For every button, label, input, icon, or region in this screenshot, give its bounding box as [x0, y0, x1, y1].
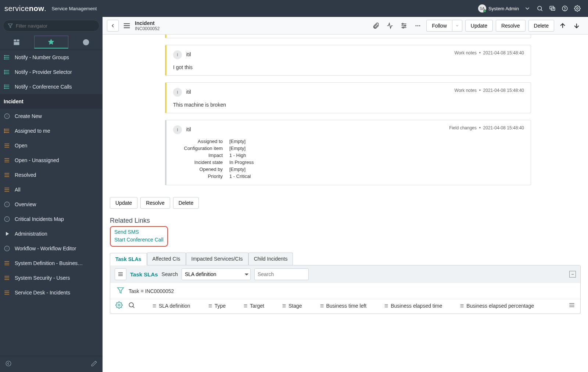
- avatar: I: [173, 88, 182, 97]
- svg-point-29: [4, 86, 5, 87]
- nav-filter-input[interactable]: [16, 23, 95, 29]
- nav-item-administration[interactable]: Administration: [0, 226, 103, 241]
- col-type[interactable]: Type: [208, 303, 226, 309]
- nav-item-label: Create New: [15, 113, 42, 119]
- svg-point-28: [4, 85, 5, 86]
- tab-child-incidents[interactable]: Child Incidents: [248, 253, 293, 265]
- search-icon[interactable]: [534, 2, 546, 15]
- nav-item-overview[interactable]: iOverview: [0, 197, 103, 212]
- list-search-icon[interactable]: [128, 301, 135, 310]
- col-target[interactable]: Target: [243, 303, 264, 309]
- gear-icon[interactable]: [571, 2, 584, 15]
- follow-caret[interactable]: [452, 20, 462, 32]
- col-sla-definition[interactable]: SLA definition: [152, 303, 190, 309]
- nav-item-workflow[interactable]: iWorkflow - Workflow Editor: [0, 241, 103, 256]
- svg-point-86: [118, 304, 120, 306]
- related-links-box: Send SMS Start Conference Call: [110, 226, 168, 247]
- svg-point-37: [4, 130, 5, 131]
- user-menu-caret[interactable]: [521, 2, 534, 15]
- svg-point-38: [4, 132, 5, 133]
- left-nav: Notify - Number Groups Notify - Provider…: [0, 17, 103, 372]
- nav-item-create-new[interactable]: iCreate New: [0, 109, 103, 124]
- chat-icon[interactable]: [546, 2, 559, 15]
- svg-point-17: [4, 57, 5, 58]
- avatar[interactable]: SA: [478, 4, 486, 12]
- svg-text:i: i: [7, 247, 7, 250]
- fc-value: [Empty]: [229, 146, 245, 151]
- follow-button[interactable]: Follow: [426, 20, 452, 32]
- list-title[interactable]: Task SLAs: [130, 271, 158, 278]
- delete-button-bottom[interactable]: Delete: [173, 197, 199, 209]
- back-button[interactable]: [107, 20, 119, 32]
- activity-icon[interactable]: [384, 20, 396, 32]
- svg-point-77: [416, 25, 417, 26]
- nav-item-resolved[interactable]: Resolved: [0, 168, 103, 182]
- list-search-input[interactable]: [254, 268, 309, 280]
- nav-filter[interactable]: [3, 20, 100, 32]
- breadcrumb[interactable]: Task = INC0000052: [129, 288, 174, 294]
- resolve-button[interactable]: Resolve: [496, 20, 526, 32]
- activity-author: itil: [186, 89, 191, 95]
- nav-collapse-icon[interactable]: [5, 360, 12, 368]
- related-link-start-conf[interactable]: Start Conference Call: [114, 236, 164, 244]
- fc-label: Incident state: [173, 160, 223, 165]
- list-gear-icon[interactable]: [115, 301, 123, 310]
- nav-tab-history[interactable]: [69, 35, 103, 50]
- col-btl[interactable]: Business time left: [320, 303, 367, 309]
- delete-button[interactable]: Delete: [528, 20, 554, 32]
- activity-card: I itil Work notes • 2021-04-08 15:48:40 …: [165, 82, 531, 113]
- nav-item-label: Notify - Conference Calls: [15, 84, 72, 90]
- nav-section-incident[interactable]: Incident: [0, 94, 103, 109]
- tab-task-slas[interactable]: Task SLAs: [110, 253, 147, 265]
- activity-author: itil: [186, 126, 191, 132]
- nav-edit-icon[interactable]: [91, 360, 97, 368]
- resolve-button-bottom[interactable]: Resolve: [140, 197, 170, 209]
- svg-point-22: [4, 70, 5, 71]
- list-menu-icon[interactable]: [115, 268, 126, 280]
- col-bet[interactable]: Business elapsed time: [384, 303, 442, 309]
- nav-item-sysdef[interactable]: System Definition - Business Ru…: [0, 256, 103, 271]
- fc-value: [Empty]: [229, 167, 245, 172]
- list-collapse-icon[interactable]: −: [569, 271, 576, 278]
- attachment-icon[interactable]: [370, 20, 382, 32]
- svg-point-76: [403, 27, 404, 28]
- filter-funnel-icon[interactable]: [117, 287, 124, 295]
- list-search-field[interactable]: SLA definition: [182, 268, 251, 280]
- next-record-icon[interactable]: [571, 20, 582, 32]
- related-link-send-sms[interactable]: Send SMS: [114, 228, 164, 236]
- nav-item-label: Overview: [15, 201, 36, 207]
- nav-item-conf-calls[interactable]: Notify - Conference Calls: [0, 79, 103, 94]
- nav-item-provider-selector[interactable]: Notify - Provider Selector: [0, 65, 103, 79]
- tab-impacted-services[interactable]: Impacted Services/CIs: [186, 253, 248, 265]
- nav-item-assigned[interactable]: Assigned to me: [0, 124, 103, 138]
- more-icon[interactable]: [412, 20, 424, 32]
- help-icon[interactable]: [559, 2, 571, 15]
- user-name[interactable]: System Admin: [488, 6, 519, 11]
- nav-item-label: System Security - Users: [15, 275, 70, 281]
- context-menu-icon[interactable]: [122, 21, 132, 31]
- settings-sliders-icon[interactable]: [398, 20, 410, 32]
- nav-item-number-groups[interactable]: Notify - Number Groups: [0, 50, 103, 65]
- form-header: Incident INC0000052 Follow Update Resolv…: [103, 17, 588, 35]
- update-button[interactable]: Update: [465, 20, 493, 32]
- nav-item-open-unassigned[interactable]: Open - Unassigned: [0, 153, 103, 168]
- fc-value: In Progress: [229, 160, 254, 165]
- update-button-bottom[interactable]: Update: [110, 197, 137, 209]
- activity-body: This machine is broken: [173, 102, 524, 108]
- prev-record-icon[interactable]: [557, 20, 569, 32]
- nav-item-all[interactable]: All: [0, 182, 103, 197]
- nav-tab-favorites[interactable]: [34, 36, 68, 49]
- svg-point-23: [4, 72, 5, 72]
- col-menu-icon[interactable]: [569, 302, 575, 310]
- activity-meta: Work notes • 2021-04-08 15:48:40: [455, 50, 524, 56]
- col-bep[interactable]: Business elapsed percentage: [460, 303, 534, 309]
- nav-tab-apps[interactable]: [0, 35, 33, 50]
- nav-item-syssec[interactable]: System Security - Users: [0, 271, 103, 285]
- col-stage[interactable]: Stage: [282, 303, 302, 309]
- nav-item-open[interactable]: Open: [0, 138, 103, 153]
- nav-item-critical-map[interactable]: iCritical Incidents Map: [0, 212, 103, 226]
- activity-meta: Work notes • 2021-04-08 15:48:40: [455, 88, 524, 93]
- tab-affected-cis[interactable]: Affected CIs: [147, 253, 186, 265]
- nav-item-servicedesk[interactable]: Service Desk - Incidents: [0, 285, 103, 300]
- record-number: INC0000052: [135, 26, 159, 31]
